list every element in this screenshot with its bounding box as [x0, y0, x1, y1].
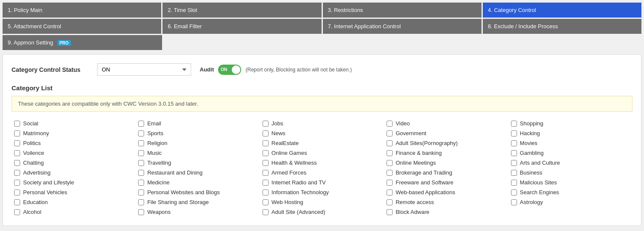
category-label[interactable]: News [272, 130, 286, 136]
nav-category-control[interactable]: 4. Category Control [483, 3, 641, 18]
category-label[interactable]: Advertising [23, 169, 50, 176]
category-label[interactable]: Jobs [272, 120, 283, 127]
category-label[interactable]: Internet Radio and TV [272, 179, 326, 186]
category-checkbox[interactable] [14, 150, 20, 156]
category-label[interactable]: Hacking [520, 130, 540, 136]
category-checkbox[interactable] [511, 199, 517, 205]
category-label[interactable]: Chatting [23, 160, 44, 166]
category-label[interactable]: Voilence [23, 150, 44, 156]
category-checkbox[interactable] [387, 150, 393, 156]
category-label[interactable]: Armed Forces [272, 169, 307, 176]
category-checkbox[interactable] [511, 180, 517, 186]
category-label[interactable]: Alcohol [23, 209, 41, 215]
category-label[interactable]: Matrimony [23, 130, 49, 136]
nav-attachment-control[interactable]: 5. Attachment Control [3, 19, 161, 34]
category-label[interactable]: Music [147, 150, 162, 156]
category-checkbox[interactable] [14, 130, 20, 136]
category-checkbox[interactable] [511, 160, 517, 166]
category-checkbox[interactable] [138, 190, 144, 195]
category-checkbox[interactable] [387, 130, 393, 136]
category-checkbox[interactable] [138, 140, 144, 146]
category-label[interactable]: Movies [520, 140, 538, 146]
category-label[interactable]: Block Adware [396, 209, 429, 215]
category-control-status-select[interactable]: ON OFF [97, 63, 191, 76]
category-label[interactable]: Brokerage and Trading [396, 169, 452, 176]
category-checkbox[interactable] [263, 190, 269, 195]
category-label[interactable]: Education [23, 199, 48, 205]
category-checkbox[interactable] [138, 130, 144, 136]
category-label[interactable]: Personal Websites and Blogs [147, 189, 220, 195]
category-label[interactable]: Weapons [147, 209, 171, 215]
category-checkbox[interactable] [14, 209, 20, 215]
category-checkbox[interactable] [138, 160, 144, 166]
category-checkbox[interactable] [138, 209, 144, 215]
category-label[interactable]: Social [23, 120, 38, 127]
category-label[interactable]: Travelling [147, 160, 171, 166]
category-checkbox[interactable] [14, 140, 20, 146]
category-checkbox[interactable] [14, 170, 20, 176]
nav-internet-app-control[interactable]: 7. Internet Application Control [323, 19, 482, 34]
category-checkbox[interactable] [511, 121, 517, 127]
category-label[interactable]: Online Games [272, 150, 307, 156]
category-label[interactable]: Information Technology [272, 189, 329, 195]
category-checkbox[interactable] [14, 199, 20, 205]
category-checkbox[interactable] [138, 121, 144, 127]
category-checkbox[interactable] [511, 130, 517, 136]
category-checkbox[interactable] [263, 199, 269, 205]
category-checkbox[interactable] [387, 160, 393, 166]
category-checkbox[interactable] [14, 160, 20, 166]
category-checkbox[interactable] [14, 190, 20, 195]
category-checkbox[interactable] [263, 180, 269, 186]
category-label[interactable]: Sports [147, 130, 163, 136]
category-label[interactable]: Email [147, 120, 161, 127]
nav-restrictions[interactable]: 3. Restrictions [323, 3, 482, 18]
nav-email-filter[interactable]: 6. Email Filter [162, 19, 321, 34]
category-label[interactable]: Business [520, 169, 543, 176]
category-checkbox[interactable] [138, 150, 144, 156]
nav-appmon-setting[interactable]: 9. Appmon Setting PRO [3, 35, 162, 50]
category-label[interactable]: Gambling [520, 150, 544, 156]
category-checkbox[interactable] [14, 121, 20, 127]
category-label[interactable]: Arts and Culture [520, 160, 560, 166]
category-checkbox[interactable] [387, 209, 393, 215]
category-label[interactable]: Online Meetings [396, 160, 436, 166]
category-label[interactable]: Personal Vehicles [23, 189, 67, 195]
category-checkbox[interactable] [387, 121, 393, 127]
category-checkbox[interactable] [263, 130, 269, 136]
category-checkbox[interactable] [263, 209, 269, 215]
category-checkbox[interactable] [263, 150, 269, 156]
category-checkbox[interactable] [387, 180, 393, 186]
category-checkbox[interactable] [511, 170, 517, 176]
category-checkbox[interactable] [138, 170, 144, 176]
category-label[interactable]: Web Hosting [272, 199, 303, 205]
category-checkbox[interactable] [263, 140, 269, 146]
category-label[interactable]: Remote access [396, 199, 434, 205]
nav-time-slot[interactable]: 2. Time Slot [162, 3, 321, 18]
category-checkbox[interactable] [511, 150, 517, 156]
category-checkbox[interactable] [511, 190, 517, 195]
nav-policy-main[interactable]: 1. Policy Main [3, 3, 161, 18]
category-label[interactable]: Shopping [520, 120, 544, 127]
category-checkbox[interactable] [387, 170, 393, 176]
category-checkbox[interactable] [387, 190, 393, 195]
category-label[interactable]: Astrology [520, 199, 543, 205]
category-label[interactable]: Politics [23, 140, 41, 146]
category-label[interactable]: Government [396, 130, 426, 136]
category-checkbox[interactable] [511, 140, 517, 146]
category-label[interactable]: Religion [147, 140, 167, 146]
category-checkbox[interactable] [263, 170, 269, 176]
category-label[interactable]: Freeware and Software [396, 179, 453, 186]
nav-exclude-include-process[interactable]: 8. Exclude / Include Process [483, 19, 641, 34]
category-checkbox[interactable] [138, 199, 144, 205]
category-checkbox[interactable] [387, 140, 393, 146]
category-label[interactable]: Video [396, 120, 410, 127]
category-checkbox[interactable] [138, 180, 144, 186]
category-label[interactable]: File Sharing and Storage [147, 199, 209, 205]
category-checkbox[interactable] [263, 121, 269, 127]
category-label[interactable]: RealEstate [272, 140, 299, 146]
category-label[interactable]: Medicine [147, 179, 169, 186]
category-label[interactable]: Restaurant and Dining [147, 169, 202, 176]
category-checkbox[interactable] [387, 199, 393, 205]
category-label[interactable]: Adult Site (Advanced) [272, 209, 325, 215]
category-label[interactable]: Health & Wellness [272, 160, 317, 166]
